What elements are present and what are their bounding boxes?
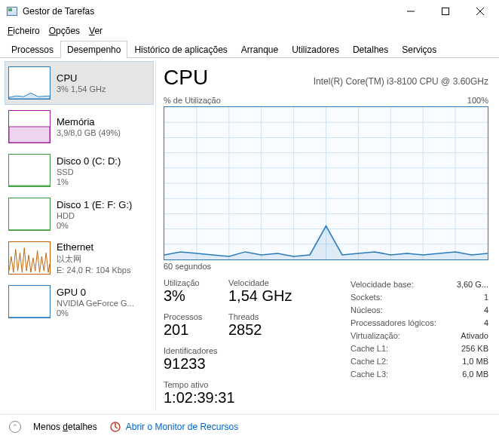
tab-processos[interactable]: Processos	[5, 41, 60, 58]
util-value: 3%	[164, 287, 212, 305]
info-row: Velocidade base:3,60 G...	[351, 278, 488, 291]
info-value: 1	[484, 291, 488, 304]
info-key: Cache L1:	[351, 342, 388, 355]
info-key: Núcleos:	[351, 304, 383, 317]
mini-graph	[8, 241, 51, 275]
footer: ⌃ Menos detalhes Abrir o Monitor de Recu…	[0, 414, 499, 439]
maximize-button[interactable]	[428, 0, 463, 23]
handles-label: Identificadores	[164, 346, 218, 355]
sidebar-item-sub1: 以太网	[57, 253, 130, 265]
uptime-value: 1:02:39:31	[164, 389, 334, 407]
mini-graph	[8, 285, 51, 318]
sidebar-item-ethernet[interactable]: Ethernet以太网E: 24,0 R: 104 Kbps	[5, 236, 154, 280]
proc-label: Processos	[164, 312, 212, 321]
content: CPU3% 1,54 GHzMemória3,9/8,0 GB (49%)Dis…	[0, 58, 499, 414]
chevron-up-icon[interactable]: ⌃	[9, 421, 21, 433]
info-value: Ativado	[461, 330, 488, 342]
minimize-button[interactable]	[393, 0, 428, 23]
task-manager-icon	[6, 5, 18, 17]
cpu-model: Intel(R) Core(TM) i3-8100 CPU @ 3.60GHz	[314, 76, 488, 87]
cpu-heading: CPU	[164, 66, 208, 90]
sidebar-item-sub1: NVIDIA GeForce G...	[57, 299, 134, 308]
info-row: Sockets:1	[351, 291, 488, 304]
threads-label: Threads	[228, 312, 277, 321]
chart-y-label: % de Utilização	[164, 96, 221, 105]
info-value: 6,0 MB	[462, 368, 488, 381]
sidebar-item-title: Disco 1 (E: F: G:)	[57, 199, 132, 210]
uptime-label: Tempo ativo	[164, 380, 334, 389]
sidebar-item-sub1: 3,9/8,0 GB (49%)	[57, 128, 121, 137]
sidebar-item-gpu-0[interactable]: GPU 0NVIDIA GeForce G...0%	[5, 280, 154, 324]
sidebar-item-sub2: 0%	[57, 221, 132, 230]
tab-arranque[interactable]: Arranque	[234, 41, 285, 58]
menu-options[interactable]: Opções	[49, 26, 80, 36]
tab-servi-os[interactable]: Serviços	[395, 41, 443, 58]
info-row: Virtualização:Ativado	[351, 330, 488, 342]
info-key: Cache L2:	[351, 355, 388, 368]
tab-utilizadores[interactable]: Utilizadores	[285, 41, 346, 58]
cpu-info-table: Velocidade base:3,60 G...Sockets:1Núcleo…	[351, 278, 488, 407]
sidebar-item-disco-1-e-f-g-[interactable]: Disco 1 (E: F: G:)HDD0%	[5, 192, 154, 236]
menu-view[interactable]: Ver	[89, 26, 103, 36]
tabbar: ProcessosDesempenhoHistórico de aplicaçõ…	[0, 41, 499, 58]
sidebar-item-sub1: SSD	[57, 167, 121, 176]
sidebar-item-mem-ria[interactable]: Memória3,9/8,0 GB (49%)	[5, 105, 154, 149]
sidebar[interactable]: CPU3% 1,54 GHzMemória3,9/8,0 GB (49%)Dis…	[0, 58, 155, 414]
info-key: Virtualização:	[351, 330, 400, 342]
stats: Utilização3% Velocidade1,54 GHz Processo…	[164, 278, 488, 407]
sidebar-item-sub2: 1%	[57, 177, 121, 186]
info-row: Cache L3:6,0 MB	[351, 368, 488, 381]
proc-value: 201	[164, 321, 212, 339]
sidebar-item-title: GPU 0	[57, 287, 134, 298]
close-button[interactable]	[463, 0, 497, 23]
handles-value: 91233	[164, 355, 218, 373]
info-row: Núcleos:4	[351, 304, 488, 317]
svg-rect-0	[442, 8, 449, 15]
info-row: Cache L1:256 KB	[351, 342, 488, 355]
sidebar-item-title: CPU	[57, 72, 106, 84]
resmon-icon	[109, 421, 121, 433]
less-details-button[interactable]: Menos detalhes	[33, 422, 97, 432]
tab-hist-rico-de-aplica-es[interactable]: Histórico de aplicações	[127, 41, 234, 58]
titlebar: Gestor de Tarefas	[0, 0, 499, 23]
threads-value: 2852	[228, 321, 277, 339]
info-key: Sockets:	[351, 291, 382, 304]
info-key: Processadores lógicos:	[351, 317, 436, 330]
cpu-chart	[164, 106, 488, 260]
info-row: Processadores lógicos:4	[351, 317, 488, 330]
util-label: Utilização	[164, 278, 212, 287]
info-value: 4	[484, 317, 488, 330]
open-resmon-link[interactable]: Abrir o Monitor de Recursos	[109, 421, 238, 433]
chart-y-max: 100%	[467, 96, 488, 105]
sidebar-item-title: Disco 0 (C: D:)	[57, 155, 121, 167]
menubar: Ficheiro Opções Ver	[0, 23, 499, 41]
sidebar-item-sub2: E: 24,0 R: 104 Kbps	[57, 265, 130, 275]
sidebar-item-sub1: HDD	[57, 211, 132, 220]
speed-value: 1,54 GHz	[228, 287, 292, 305]
info-value: 4	[484, 304, 488, 317]
sidebar-item-title: Ethernet	[57, 241, 130, 253]
info-value: 1,0 MB	[462, 355, 488, 368]
info-key: Velocidade base:	[351, 278, 414, 291]
info-key: Cache L3:	[351, 368, 388, 381]
mini-graph	[8, 110, 51, 143]
sidebar-item-disco-0-c-d-[interactable]: Disco 0 (C: D:)SSD1%	[5, 149, 154, 192]
mini-graph	[8, 154, 51, 187]
info-value: 3,60 G...	[457, 278, 488, 291]
info-value: 256 KB	[461, 342, 488, 355]
sidebar-item-title: Memória	[57, 116, 121, 127]
main-panel: CPU Intel(R) Core(TM) i3-8100 CPU @ 3.60…	[156, 58, 499, 414]
menu-file[interactable]: Ficheiro	[8, 26, 40, 36]
sidebar-item-sub1: 3% 1,54 GHz	[57, 84, 106, 94]
sidebar-item-cpu[interactable]: CPU3% 1,54 GHz	[5, 61, 154, 105]
mini-graph	[8, 198, 51, 231]
speed-label: Velocidade	[228, 278, 292, 287]
chart-x-label: 60 segundos	[164, 262, 488, 271]
tab-desempenho[interactable]: Desempenho	[60, 41, 127, 58]
mini-graph	[8, 66, 51, 100]
info-row: Cache L2:1,0 MB	[351, 355, 488, 368]
tab-detalhes[interactable]: Detalhes	[346, 41, 395, 58]
sidebar-item-sub2: 0%	[57, 308, 134, 318]
window-title: Gestor de Tarefas	[23, 6, 393, 17]
